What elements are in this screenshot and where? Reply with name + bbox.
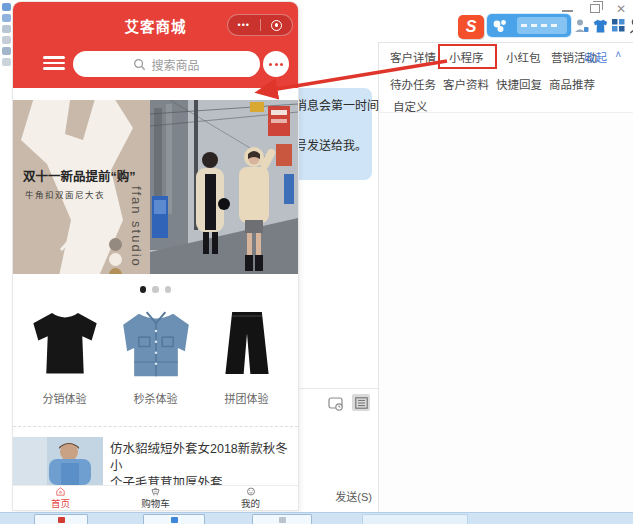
product-distribution[interactable]: 分销体验 [21,302,109,406]
bubble-cluster-icon [487,18,513,34]
restore-button[interactable] [590,4,600,13]
product-thumbnail [13,437,103,485]
taskbar-app-icon [171,517,178,523]
window-fragment [2,25,11,33]
banner-brand-text: ffan studio [129,186,144,268]
window-fragment [2,36,11,44]
taskbar-app-button[interactable] [362,514,468,524]
minimize-button[interactable] [562,10,573,12]
product-label: 拼团体验 [225,390,269,406]
product-flash-sale[interactable]: 秒杀体验 [112,302,200,406]
window-fragment [2,47,11,55]
toolbar-mini-icons [574,16,633,35]
banner-photo [150,100,298,274]
tab-label: 首页 [51,496,70,510]
collapse-button[interactable]: 收起 [584,49,607,65]
close-button[interactable]: ✕ [616,2,626,16]
panel-tab-red-packet[interactable]: 小红包 [506,49,541,65]
panel-divider-horizontal [378,42,633,43]
window-fragment [2,3,11,11]
windows-taskbar [0,512,633,524]
panel-tab-todo[interactable]: 待办任务 [390,76,436,92]
banner-left-art: 双十一新品提前“购” 牛角扣双面尼大衣 ffan studio [13,100,150,274]
panel-tab-customer-info[interactable]: 客户资料 [443,76,489,92]
apps-grid-icon[interactable] [612,19,625,32]
tab-label: 购物车 [141,496,170,510]
capsule-more-icon[interactable]: ••• [228,15,260,35]
send-button[interactable]: 发送(S) [328,488,372,504]
capsule-close-icon[interactable] [261,20,293,31]
member-icon[interactable] [574,18,589,34]
tab-cart[interactable]: 购物车 [108,486,203,510]
customer-service-icon[interactable] [263,51,289,77]
quick-products-row: 分销体验 秒杀体验 [13,302,298,414]
banner-subline: 牛角扣双面尼大衣 [25,188,105,200]
mini-program-tabbar: 首页 购物车 我的 [13,485,298,510]
color-swatch [109,253,122,266]
carousel-dots[interactable] [13,286,298,293]
taskbar-app-button[interactable] [34,514,88,524]
banner-carousel[interactable]: 双十一新品提前“购” 牛角扣双面尼大衣 ffan studio [13,100,298,274]
cart-icon [147,487,164,496]
tabs-bottom-divider [379,112,633,113]
panel-tab-product-recommend[interactable]: 商品推荐 [549,76,595,92]
chat-history-icon[interactable] [328,397,344,411]
product-label: 分销体验 [43,390,87,406]
taskbar-app-button[interactable] [143,514,205,524]
collapse-caret-icon[interactable]: ˄ [615,49,621,60]
search-icon [133,58,146,71]
color-swatch [109,268,122,274]
dashed-separator [13,426,298,427]
sogou-input-icon[interactable]: S [458,15,484,39]
chat-input-divider [300,388,378,389]
taskbar-app-icon [58,517,65,523]
panel-tab-customer-details[interactable]: 客户详情 [390,49,436,65]
add-contact-icon[interactable] [629,16,633,35]
color-swatch [109,238,122,251]
chat-message-line: 消息会第一时间 [295,96,379,113]
product-label: 秒杀体验 [134,390,178,406]
tab-label: 我的 [241,496,260,510]
banner-headline: 双十一新品提前“购” [23,166,136,185]
mini-program-header: 艾客商城 ••• 搜索商品 [13,2,298,88]
search-input[interactable]: 搜索商品 [73,51,260,77]
menu-icon[interactable] [43,56,65,70]
panel-tab-quick-reply[interactable]: 快捷回复 [496,76,542,92]
taskbar-app-icon [279,517,286,523]
panel-content-area [379,113,633,512]
product-title-line1: 仿水貂绒短外套女2018新款秋冬小 [110,441,292,475]
window-fragment [2,58,11,66]
product-list-item[interactable]: 仿水貂绒短外套女2018新款秋冬小 个子毛茸茸加厚外套 [13,435,298,485]
tab-mine[interactable]: 我的 [203,486,298,510]
tab-home[interactable]: 首页 [13,486,108,510]
wecom-plugin-button[interactable] [487,14,571,37]
product-group-buy[interactable]: 拼团体验 [203,302,291,406]
pants-image [220,302,274,384]
plugin-tooltip [517,17,567,34]
window-fragment [2,14,11,22]
mini-program-capsule[interactable]: ••• [227,14,293,36]
tshirt-image [29,302,101,384]
jacket-image [117,302,195,384]
home-icon [52,487,69,496]
screenshot-root: 艾客商城 ••• 搜索商品 [0,0,633,524]
smiley-icon [243,487,259,496]
occluded-window-fragments [0,0,13,160]
taskbar-app-button[interactable] [252,514,312,524]
search-placeholder: 搜索商品 [151,56,199,73]
mini-program-window: 艾客商城 ••• 搜索商品 [13,2,298,510]
clothes-icon[interactable] [593,18,608,34]
annotation-highlight-box [438,44,497,69]
chat-notes-icon[interactable] [352,394,370,411]
chat-message-line: 号发送给我。 [295,136,367,153]
